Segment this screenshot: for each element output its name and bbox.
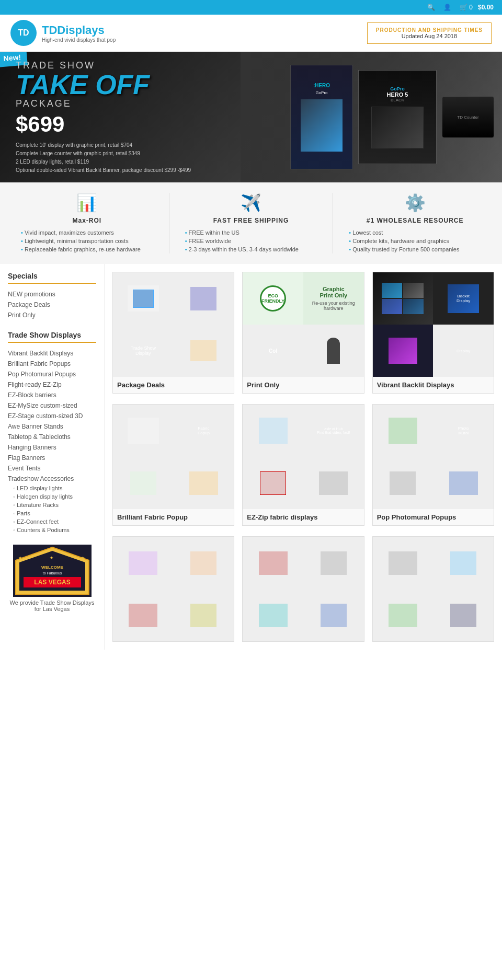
brilliant-img-4 [174,457,234,509]
sidebar-item-ez-connect[interactable]: EZ-Connect feet [8,517,96,526]
partial-img-2b [303,537,364,589]
shipping-info[interactable]: PRODUCTION AND SHIPPING TIMES Updated Au… [367,22,492,44]
shipping-bullet-3: 2-3 days within the US, 3-4 days worldwi… [185,245,317,253]
vibrant-img-1 [373,272,433,325]
shipping-list: FREE within the US FREE worldwide 2-3 da… [185,228,317,253]
sidebar-item-literature-racks[interactable]: Literature Racks [8,501,96,509]
svg-text:LAS VEGAS: LAS VEGAS [34,579,70,586]
shipping-bullet-2: FREE worldwide [185,237,317,245]
hero-line2: TAKE OFF [16,71,191,98]
sidebar-item-ez-mysize[interactable]: EZ-MySize custom-sized [8,400,96,411]
sidebar-item-brilliant-fabric[interactable]: Brilliant Fabric Popups [8,359,96,369]
content-area: Trade ShowDisplay Package Deals ECOFRIEN… [105,264,502,650]
features-section: 📊 Max-ROI Vivid impact, maximizes custom… [0,182,502,264]
wholesale-bullet-1: Lowest cost [349,228,481,237]
hero-price: $699 [16,112,191,137]
sidebar-specials-section: Specials NEW promotions Package Deals Pr… [8,272,96,320]
wholesale-icon: ⚙️ [349,193,481,213]
sidebar-item-counters-podiums[interactable]: Counters & Podiums [8,526,96,534]
wholesale-title: #1 WHOLESALE RESOURCE [349,217,481,224]
sidebar-item-tabletop[interactable]: Tabletop & Tablecloths [8,432,96,442]
logo-tagline: High-end vivid displays that pop [42,37,116,43]
svg-text:to Fabulous: to Fabulous [42,571,62,575]
ezzip-img-2: axle∙ai HubFind that video, fast! [303,405,364,457]
package-img-3: Trade ShowDisplay [113,325,174,377]
search-icon[interactable]: 🔍 [427,4,435,11]
sidebar-item-hanging-banners[interactable]: Hanging Banners [8,442,96,453]
hero-detail3: 2 LED display lights, retail $119 [16,158,191,166]
sidebar-tradeshow-section: Trade Show Displays Vibrant Backlit Disp… [8,331,96,534]
sidebar-item-parts[interactable]: Parts [8,509,96,517]
brilliant-fabric-label: Brilliant Fabric Popup [113,509,234,525]
las-vegas-section: ★ ★ ★ WELCOME to Fabulous LAS VEGAS We p… [8,545,96,612]
product-card-vibrant-backlit[interactable]: BacklitDisplay Display Vibrant Backlit D… [372,272,494,394]
sidebar-item-ez-stage[interactable]: EZ-Stage custom-sized 3D [8,411,96,421]
logo[interactable]: TD TDDisplays High-end vivid displays th… [10,20,116,46]
ezzip-img-1 [243,405,303,457]
sidebar-item-led-lights[interactable]: LED display lights [8,484,96,492]
feature-wholesale: ⚙️ #1 WHOLESALE RESOURCE Lowest cost Com… [338,193,492,253]
sidebar-item-new-promotions[interactable]: NEW promotions [8,289,96,299]
sidebar-item-flag-banners[interactable]: Flag Banners [8,453,96,463]
wholesale-bullet-3: Quality trusted by Fortune 500 companies [349,245,481,253]
sidebar-item-pop-photomural[interactable]: Pop Photomural Popups [8,369,96,379]
roi-title: Max-ROI [21,217,153,224]
photomural-img-3 [373,457,433,509]
partial-card-3[interactable] [372,536,494,642]
hero-detail1: Complete 10' display with graphic print,… [16,141,191,149]
partial-img-3b [433,537,494,589]
wholesale-bullet-2: Complete kits, hardware and graphics [349,237,481,245]
sidebar-item-package-deals[interactable]: Package Deals [8,299,96,310]
product-card-pop-photomural[interactable]: PhotoMural Pop Photomural Popups [372,404,494,526]
photomural-img-4 [433,457,494,509]
sidebar-specials-title: Specials [8,272,96,284]
hero-detail2: Complete Large counter with graphic prin… [16,149,191,158]
hero-banner: New! TRADE SHOW TAKE OFF PACKAGE $699 Co… [0,52,502,182]
product-card-package-deals[interactable]: Trade ShowDisplay Package Deals [112,272,234,394]
account-icon[interactable]: 👤 [443,4,451,11]
sidebar-tradeshow-title: Trade Show Displays [8,331,96,343]
sidebar-item-awe-banner[interactable]: Awe Banner Stands [8,421,96,432]
header: TD TDDisplays High-end vivid displays th… [0,15,502,52]
product-grid-row1: Trade ShowDisplay Package Deals ECOFRIEN… [112,272,494,394]
shipping-feature-icon: ✈️ [185,193,317,213]
cart-icon[interactable]: 🛒 0 $0.00 [460,4,494,11]
product-grid-row3 [112,536,494,642]
sidebar-item-print-only[interactable]: Print Only [8,310,96,320]
ez-zip-label: EZ-Zip fabric displays [243,509,363,525]
svg-text:★: ★ [50,556,53,560]
partial-card-2[interactable] [242,536,364,642]
hero-details: Complete 10' display with graphic print,… [16,141,191,175]
vibrant-img-3 [373,325,433,377]
ezzip-images: axle∙ai HubFind that video, fast! [243,405,363,509]
partial-img-2d [303,589,364,641]
las-vegas-sign-image: ★ ★ ★ WELCOME to Fabulous LAS VEGAS [13,545,92,597]
partial-img-3c [373,589,433,641]
product-card-brilliant-fabric[interactable]: FabricPopup Brilliant Fabric Popup [112,404,234,526]
brilliant-img-2: FabricPopup [174,405,234,457]
roi-bullet-3: Replaceable fabric graphics, re-use hard… [21,245,153,253]
sidebar-item-vibrant-backlit[interactable]: Vibrant Backlit Displays [8,348,96,359]
vibrant-img-4: Display [433,325,494,377]
sidebar-item-ez-block[interactable]: EZ-Block barriers [8,390,96,400]
package-img-2 [174,272,234,325]
sidebar-item-event-tents[interactable]: Event Tents [8,463,96,474]
sidebar-item-flight-ready[interactable]: Flight-ready EZ-Zip [8,379,96,390]
partial-img-1c [113,589,174,641]
brilliant-images: FabricPopup [113,405,234,509]
product-card-ez-zip[interactable]: axle∙ai HubFind that video, fast! EZ-Zip… [242,404,364,526]
package-deals-images: Trade ShowDisplay [113,272,234,377]
svg-text:★: ★ [81,556,85,560]
partial-img-1b [174,537,234,589]
sidebar-item-tradeshow-accessories[interactable]: Tradeshow Accessories [8,474,96,484]
product-card-print-only[interactable]: ECOFRIENDLY GraphicPrint Only Re-use you… [242,272,364,394]
print-img-3: Col [243,325,303,377]
partial-images-2 [243,537,363,641]
sidebar-item-halogen-lights[interactable]: Halogen display lights [8,492,96,501]
wholesale-list: Lowest cost Complete kits, hardware and … [349,228,481,253]
package-img-1 [113,272,174,325]
partial-img-1a [113,537,174,589]
svg-text:WELCOME: WELCOME [41,565,63,570]
print-img-4 [303,325,364,377]
partial-card-1[interactable] [112,536,234,642]
